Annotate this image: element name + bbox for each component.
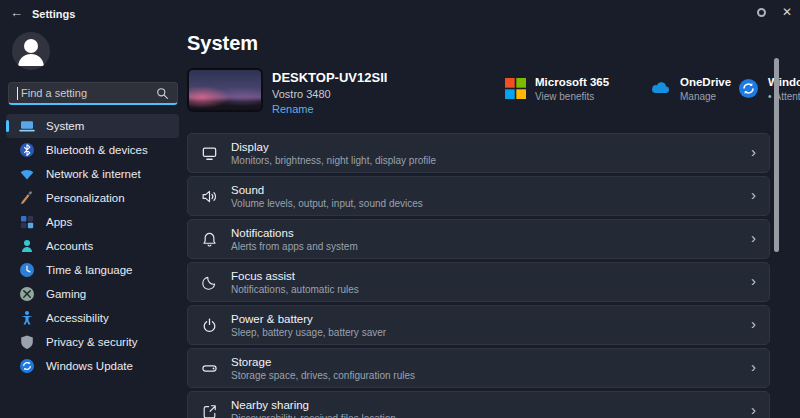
settings-row-sound[interactable]: SoundVolume levels, output, input, sound… [187, 176, 770, 216]
window-control-circle-icon[interactable] [757, 8, 766, 17]
chevron-right-icon: › [751, 358, 756, 375]
row-text: Focus assistNotifications, automatic rul… [231, 270, 359, 295]
sidebar-item-apps[interactable]: Apps [6, 210, 179, 234]
focus-assist-icon [201, 274, 218, 291]
sidebar-item-label: Gaming [46, 288, 86, 300]
chevron-right-icon: › [751, 401, 756, 418]
personalization-icon [19, 190, 35, 206]
promo-onedrive[interactable]: OneDriveManage [650, 76, 738, 102]
row-text: SoundVolume levels, output, input, sound… [231, 184, 423, 209]
row-subtitle: Storage space, drives, configuration rul… [231, 370, 415, 381]
chevron-right-icon: › [751, 186, 756, 203]
display-icon [201, 145, 218, 162]
search-icon [156, 87, 169, 100]
settings-row-focus-assist[interactable]: Focus assistNotifications, automatic rul… [187, 262, 770, 302]
row-title: Focus assist [231, 270, 359, 282]
time-language-icon [19, 262, 35, 278]
promo-title: OneDrive [680, 76, 731, 88]
device-name: DESKTOP-UV12SII [272, 70, 387, 85]
main-content: System DESKTOP-UV12SII Vostro 3480 Renam… [187, 28, 770, 418]
row-title: Power & battery [231, 313, 386, 325]
close-icon[interactable]: ✕ [782, 5, 792, 19]
sidebar-item-label: Privacy & security [46, 336, 137, 348]
promo-subtitle-text: View benefits [535, 91, 594, 102]
promo-windows-update[interactable]: Windows Update•Attention needed [738, 76, 800, 102]
row-title: Storage [231, 356, 415, 368]
windows-update-icon [19, 358, 35, 374]
promo-links: Microsoft 365View benefitsOneDriveManage… [505, 76, 800, 102]
back-icon[interactable]: ← [10, 5, 23, 20]
system-icon [19, 118, 35, 134]
sidebar-item-bluetooth-devices[interactable]: Bluetooth & devices [6, 138, 179, 162]
sidebar-item-label: Personalization [46, 192, 125, 204]
person-icon [12, 32, 50, 70]
promo-subtitle: Manage [680, 91, 731, 102]
sidebar-item-label: Time & language [46, 264, 133, 276]
notifications-icon [201, 231, 218, 248]
row-title: Sound [231, 184, 423, 196]
scrollbar-track [774, 58, 779, 252]
storage-icon [201, 360, 218, 377]
device-wallpaper-thumbnail [187, 68, 263, 112]
sidebar-item-label: Accessibility [46, 312, 109, 324]
bluetooth-icon [19, 142, 35, 158]
sidebar-item-personalization[interactable]: Personalization [6, 186, 179, 210]
row-subtitle: Discoverability, received files location [231, 413, 396, 418]
promo-text: OneDriveManage [680, 76, 731, 102]
sidebar-item-label: Network & internet [46, 168, 141, 180]
chevron-right-icon: › [751, 315, 756, 332]
window-controls: ✕ [757, 5, 792, 19]
promo-text: Windows Update•Attention needed [768, 76, 800, 102]
search-input[interactable] [21, 87, 156, 99]
scrollbar-thumb[interactable] [774, 58, 779, 252]
network-icon [19, 166, 35, 182]
sidebar-item-windows-update[interactable]: Windows Update [6, 354, 179, 378]
sidebar-item-label: Windows Update [46, 360, 133, 372]
row-subtitle: Alerts from apps and system [231, 241, 358, 252]
accounts-icon [19, 238, 35, 254]
row-subtitle: Monitors, brightness, night light, displ… [231, 155, 436, 166]
chevron-right-icon: › [751, 272, 756, 289]
row-title: Nearby sharing [231, 399, 396, 411]
sidebar-item-accessibility[interactable]: Accessibility [6, 306, 179, 330]
row-text: StorageStorage space, drives, configurat… [231, 356, 415, 381]
row-subtitle: Notifications, automatic rules [231, 284, 359, 295]
sidebar-nav: SystemBluetooth & devicesNetwork & inter… [0, 114, 185, 378]
sidebar-item-privacy-security[interactable]: Privacy & security [6, 330, 179, 354]
sidebar-item-accounts[interactable]: Accounts [6, 234, 179, 258]
sound-icon [201, 188, 218, 205]
promo-title: Microsoft 365 [535, 76, 609, 88]
search-box[interactable] [8, 82, 178, 105]
settings-row-nearby-sharing[interactable]: Nearby sharingDiscoverability, received … [187, 391, 770, 418]
row-text: DisplayMonitors, brightness, night light… [231, 141, 436, 166]
settings-rows: DisplayMonitors, brightness, night light… [187, 133, 770, 418]
sidebar-item-time-language[interactable]: Time & language [6, 258, 179, 282]
row-text: NotificationsAlerts from apps and system [231, 227, 358, 252]
onedrive-icon [650, 78, 671, 99]
sidebar-item-network-internet[interactable]: Network & internet [6, 162, 179, 186]
row-text: Power & batterySleep, battery usage, bat… [231, 313, 386, 338]
row-title: Display [231, 141, 436, 153]
settings-row-storage[interactable]: StorageStorage space, drives, configurat… [187, 348, 770, 388]
sidebar-item-label: Bluetooth & devices [46, 144, 148, 156]
text-caret [17, 87, 18, 100]
app-title: Settings [32, 8, 75, 20]
promo-subtitle-text: Manage [680, 91, 716, 102]
sidebar-item-label: Apps [46, 216, 72, 228]
promo-subtitle: View benefits [535, 91, 609, 102]
chevron-right-icon: › [751, 229, 756, 246]
row-title: Notifications [231, 227, 358, 239]
promo-microsoft-365[interactable]: Microsoft 365View benefits [505, 76, 650, 102]
windows-update-badge-icon [738, 78, 759, 99]
privacy-icon [19, 334, 35, 350]
avatar[interactable] [12, 32, 50, 70]
settings-row-power-battery[interactable]: Power & batterySleep, battery usage, bat… [187, 305, 770, 345]
rename-link[interactable]: Rename [272, 103, 314, 115]
settings-row-notifications[interactable]: NotificationsAlerts from apps and system… [187, 219, 770, 259]
sidebar-item-gaming[interactable]: Gaming [6, 282, 179, 306]
settings-row-display[interactable]: DisplayMonitors, brightness, night light… [187, 133, 770, 173]
sidebar-item-system[interactable]: System [6, 114, 179, 138]
gaming-icon [19, 286, 35, 302]
device-model: Vostro 3480 [272, 88, 331, 100]
apps-icon [19, 214, 35, 230]
